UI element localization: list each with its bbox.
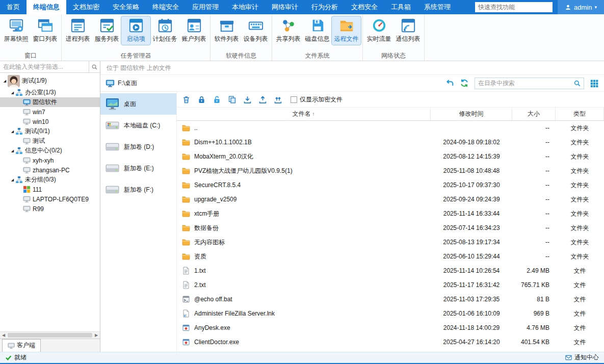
ribbon-button-device-list[interactable]: 设备列表 (241, 16, 270, 45)
ribbon-button-software-list[interactable]: 软件列表 (212, 16, 241, 45)
folder-icon (182, 238, 190, 246)
tree-filter-input[interactable] (0, 61, 89, 72)
encrypted-only-checkbox[interactable]: 仅显示加密文件 (291, 95, 343, 104)
tree-node-win10[interactable]: win10 (0, 117, 100, 126)
tree-node-LAPTOP-LF6Q0TE9[interactable]: LAPTOP-LF6Q0TE9 (0, 194, 100, 204)
tree-node-信息中心(0/2)[interactable]: ◢信息中心(0/2) (0, 146, 100, 155)
drive-item-新加卷 (E:)[interactable]: 新加卷 (E:) (100, 158, 176, 179)
sidebar-hscrollbar[interactable]: ◀ ▶ (0, 331, 100, 339)
download-button[interactable] (243, 95, 252, 104)
column-header-1[interactable]: 文件名↑ (177, 108, 431, 120)
ribbon-button-screen-snapshot[interactable]: 屏幕快照 (2, 16, 31, 45)
tree-node-办公室(1/3)[interactable]: ◢办公室(1/3) (0, 88, 100, 97)
tree-expander-icon[interactable]: ◢ (10, 91, 15, 95)
menu-item-10[interactable]: 文档安全 (345, 0, 384, 14)
refresh-button[interactable] (460, 79, 469, 88)
menu-item-1[interactable]: 首页 (0, 0, 27, 14)
ribbon-button-service-list[interactable]: 服务列表 (92, 16, 121, 45)
tree-node-测试(1/9)[interactable]: ◢测试(1/9) (0, 74, 100, 88)
tree-node-R99[interactable]: R99 (0, 204, 100, 214)
column-header-4[interactable]: 类型 (556, 108, 604, 120)
copy-button[interactable] (228, 95, 237, 104)
upload-folder-button[interactable] (274, 95, 282, 104)
tree-node-111[interactable]: 111 (0, 185, 100, 194)
drive-item-桌面[interactable]: 桌面 (100, 93, 176, 115)
file-row[interactable]: upgrade_v25092025-09-24 09:24:39--文件夹 (177, 192, 604, 206)
file-row[interactable]: PVZ植物大战僵尸幼儿园版V0.9.5(1)2025-11-08 10:48:4… (177, 164, 604, 178)
file-row[interactable]: Administer FileZilla Server.lnk2025-01-0… (177, 306, 604, 321)
tree-node-未分组(0/3)[interactable]: ◢未分组(0/3) (0, 175, 100, 185)
column-header-3[interactable]: 大小 (512, 108, 556, 120)
ribbon-button-process-list[interactable]: 进程列表 (63, 16, 92, 45)
file-row[interactable]: 2.txt2025-11-17 16:31:42765.71 KB文件 (177, 278, 604, 292)
ribbon-button-remote-file[interactable]: 远程文件 (332, 16, 361, 45)
group-icon (15, 127, 23, 135)
ribbon-group-label: 文件系统 (274, 50, 361, 61)
file-row[interactable]: ..--文件夹 (177, 121, 604, 135)
ribbon-button-window-list[interactable]: 窗口列表 (31, 16, 60, 45)
encrypt-button[interactable] (197, 95, 206, 104)
tree-expander-icon[interactable]: ◢ (10, 129, 15, 134)
back-button[interactable] (445, 79, 454, 88)
menu-items: 首页终端信息文档加密安全策略终端安全应用管理本地审计网络审计行为分析文档安全工具… (0, 0, 457, 14)
menu-item-8[interactable]: 网络审计 (265, 0, 305, 14)
tree-node-测试[interactable]: 测试 (0, 136, 100, 146)
tree-expander-icon[interactable]: ◢ (10, 178, 15, 182)
menu-item-2[interactable]: 终端信息 (27, 0, 66, 14)
scroll-left-icon[interactable]: ◀ (0, 333, 7, 337)
upload-button[interactable] (258, 95, 267, 104)
ribbon-button-scheduled-tasks[interactable]: 计划任务 (150, 16, 179, 45)
file-row[interactable]: 资质2025-06-10 15:29:44--文件夹 (177, 249, 604, 264)
file-row[interactable]: @echo off.bat2025-11-03 17:29:3581 B文件 (177, 292, 604, 306)
scroll-right-icon[interactable]: ▶ (93, 333, 100, 337)
menu-item-3[interactable]: 文档加密 (66, 0, 106, 14)
file-row[interactable]: AnyDesk.exe2024-11-18 14:00:294.76 MB文件 (177, 321, 604, 335)
search-icon[interactable] (570, 80, 584, 87)
ribbon-button-disk-info[interactable]: 磁盘信息 (303, 16, 332, 45)
tree-node-win7[interactable]: win7 (0, 107, 100, 117)
file-row[interactable]: ClientDoctor.exe2025-04-27 16:14:20401.5… (177, 335, 604, 349)
filter-search-icon[interactable] (89, 61, 100, 72)
ribbon-button-communication-list[interactable]: 通信列表 (393, 16, 423, 45)
file-row[interactable]: 无内容图标2025-08-13 19:17:34--文件夹 (177, 235, 604, 249)
ribbon-button-label: 启动项 (127, 35, 145, 43)
file-row[interactable]: xtcm手册2025-11-14 16:33:44--文件夹 (177, 206, 604, 221)
menu-item-9[interactable]: 行为分析 (305, 0, 345, 14)
file-size: 2.49 MB (512, 267, 556, 274)
checkbox-icon[interactable] (291, 96, 297, 103)
file-row[interactable]: SecureCRT.8.5.42025-10-17 09:37:30--文件夹 (177, 178, 604, 192)
file-row[interactable]: 1.txt2025-11-14 10:26:542.49 MB文件 (177, 264, 604, 278)
quick-search-input[interactable] (475, 2, 553, 12)
directory-search-input[interactable] (478, 80, 570, 87)
user-menu[interactable]: admin ▾ (558, 0, 604, 14)
decrypt-button[interactable] (213, 95, 221, 104)
file-row[interactable]: 数据备份2025-07-14 16:34:23--文件夹 (177, 221, 604, 235)
delete-button[interactable] (182, 95, 191, 104)
menu-item-6[interactable]: 应用管理 (186, 0, 225, 14)
view-toggle-button[interactable] (590, 79, 599, 88)
menu-item-11[interactable]: 工具箱 (384, 0, 417, 14)
ribbon-button-startup-items[interactable]: 启动项 (121, 16, 150, 45)
file-row[interactable]: MobaXterm_20.0汉化2025-08-12 14:15:39--文件夹 (177, 149, 604, 164)
ribbon-button-realtime-traffic[interactable]: 实时流量 (364, 16, 393, 45)
menu-item-7[interactable]: 本地审计 (225, 0, 265, 14)
file-row[interactable]: Dism++10.1.1002.1B2024-09-18 09:18:02--文… (177, 135, 604, 149)
ribbon-button-account-list[interactable]: 账户列表 (179, 16, 208, 45)
menu-item-12[interactable]: 系统管理 (417, 0, 457, 14)
tree-node-zhangsan-PC[interactable]: zhangsan-PC (0, 165, 100, 175)
tab-client[interactable]: 客户端 (2, 339, 41, 352)
menu-item-4[interactable]: 安全策略 (106, 0, 146, 14)
ribbon-button-share-list[interactable]: 共享列表 (274, 16, 303, 45)
tree-node-固信软件[interactable]: 固信软件 (0, 97, 100, 107)
tree-expander-icon[interactable]: ◢ (2, 79, 8, 83)
drive-item-新加卷 (D:)[interactable]: 新加卷 (D:) (100, 136, 176, 158)
drive-item-本地磁盘 (C:)[interactable]: 本地磁盘 (C:) (100, 115, 176, 136)
drive-item-新加卷 (F:)[interactable]: 新加卷 (F:) (100, 179, 176, 200)
notification-center[interactable]: 通知中心 (565, 353, 599, 362)
tree-node-xyh-xyh[interactable]: xyh-xyh (0, 155, 100, 165)
tree-expander-icon[interactable]: ◢ (10, 149, 15, 153)
scroll-thumb[interactable] (8, 333, 92, 337)
column-header-2[interactable]: 修改时间 (431, 108, 512, 120)
tree-node-测试(0/1)[interactable]: ◢测试(0/1) (0, 126, 100, 136)
menu-item-5[interactable]: 终端安全 (146, 0, 186, 14)
